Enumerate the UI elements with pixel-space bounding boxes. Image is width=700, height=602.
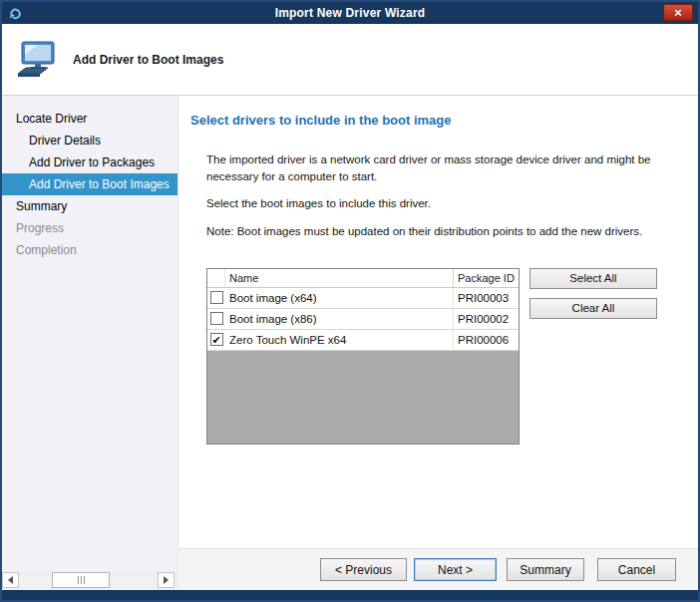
sidebar-item-add-driver-to-packages: Add Driver to Packages xyxy=(2,151,177,173)
scrollbar-thumb[interactable] xyxy=(52,572,110,588)
row-name: Boot image (x64) xyxy=(225,288,454,308)
note-text: Note: Boot images must be updated on the… xyxy=(206,223,678,240)
scroll-right-arrow-icon xyxy=(164,576,169,584)
package-id-column-header[interactable]: Package ID xyxy=(454,269,519,287)
import-new-driver-wizard-window: Import New Driver Wizard × Add Driver to… xyxy=(0,0,700,602)
table-row[interactable]: ✔ Zero Touch WinPE x64 PRI00006 xyxy=(207,330,519,351)
summary-button[interactable]: Summary xyxy=(507,558,584,581)
instructions: The imported driver is a network card dr… xyxy=(206,151,678,251)
row-package-id: PRI00003 xyxy=(454,288,519,308)
row-checkbox-cell xyxy=(207,309,225,329)
wizard-icon xyxy=(8,6,22,20)
select-text: Select the boot images to include this d… xyxy=(206,195,678,212)
row-checkbox-cell xyxy=(207,288,225,308)
table-row[interactable]: Boot image (x64) PRI00003 xyxy=(207,288,519,309)
boot-images-section: Name Package ID Boot image (x64) PRI0000… xyxy=(206,268,698,445)
row-package-id: PRI00006 xyxy=(454,330,519,350)
boot-image-x86-checkbox[interactable] xyxy=(210,312,223,325)
wizard-main-panel: Select drivers to include in the boot im… xyxy=(178,96,698,590)
intro-text: The imported driver is a network card dr… xyxy=(206,151,678,184)
row-checkbox-cell: ✔ xyxy=(207,330,225,350)
scrollbar-grip-icon xyxy=(78,576,79,584)
close-button[interactable]: × xyxy=(663,4,693,21)
wizard-steps-list: Locate Driver Driver Details Add Driver … xyxy=(2,96,177,261)
sidebar-item-summary: Summary xyxy=(2,195,177,217)
boot-image-x64-checkbox[interactable] xyxy=(210,291,223,304)
sidebar-item-locate-driver: Locate Driver xyxy=(2,108,177,130)
row-name: Zero Touch WinPE x64 xyxy=(225,330,454,350)
page-title: Select drivers to include in the boot im… xyxy=(190,113,698,128)
scroll-left-arrow-icon xyxy=(8,576,13,584)
computer-icon xyxy=(16,41,58,79)
name-column-header[interactable]: Name xyxy=(225,269,454,287)
zero-touch-winpe-x64-checkbox[interactable]: ✔ xyxy=(210,333,223,346)
wizard-header: Add Driver to Boot Images xyxy=(2,24,698,96)
select-all-button[interactable]: Select All xyxy=(529,268,657,289)
row-package-id: PRI00002 xyxy=(454,309,519,329)
previous-button[interactable]: < Previous xyxy=(320,558,407,581)
window-bottom-border xyxy=(2,590,698,600)
selection-buttons: Select All Clear All xyxy=(529,268,657,328)
sidebar-item-add-driver-to-boot-images: Add Driver to Boot Images xyxy=(2,173,177,195)
wizard-body: Locate Driver Driver Details Add Driver … xyxy=(2,96,698,590)
next-button[interactable]: Next > xyxy=(414,558,497,581)
sidebar-item-progress: Progress xyxy=(2,217,177,239)
row-name: Boot image (x86) xyxy=(225,309,454,329)
window-title: Import New Driver Wizard xyxy=(2,6,698,20)
wizard-steps-sidebar: Locate Driver Driver Details Add Driver … xyxy=(2,96,178,590)
list-header: Name Package ID xyxy=(207,269,519,288)
wizard-footer: < Previous Next > Summary Cancel xyxy=(178,548,698,590)
sidebar-horizontal-scrollbar[interactable] xyxy=(2,571,175,588)
scroll-right-button[interactable] xyxy=(158,572,175,588)
scrollbar-track[interactable] xyxy=(19,572,158,588)
sidebar-item-driver-details: Driver Details xyxy=(2,130,177,151)
header-title: Add Driver to Boot Images xyxy=(73,53,223,67)
clear-all-button[interactable]: Clear All xyxy=(529,298,657,319)
cancel-button[interactable]: Cancel xyxy=(597,558,676,581)
table-row[interactable]: Boot image (x86) PRI00002 xyxy=(207,309,519,330)
boot-images-list: Name Package ID Boot image (x64) PRI0000… xyxy=(206,268,520,445)
sidebar-item-completion: Completion xyxy=(2,239,177,261)
checkbox-column-header[interactable] xyxy=(207,269,225,287)
titlebar: Import New Driver Wizard × xyxy=(2,2,698,24)
scroll-left-button[interactable] xyxy=(2,572,19,588)
list-empty-area xyxy=(207,351,519,444)
